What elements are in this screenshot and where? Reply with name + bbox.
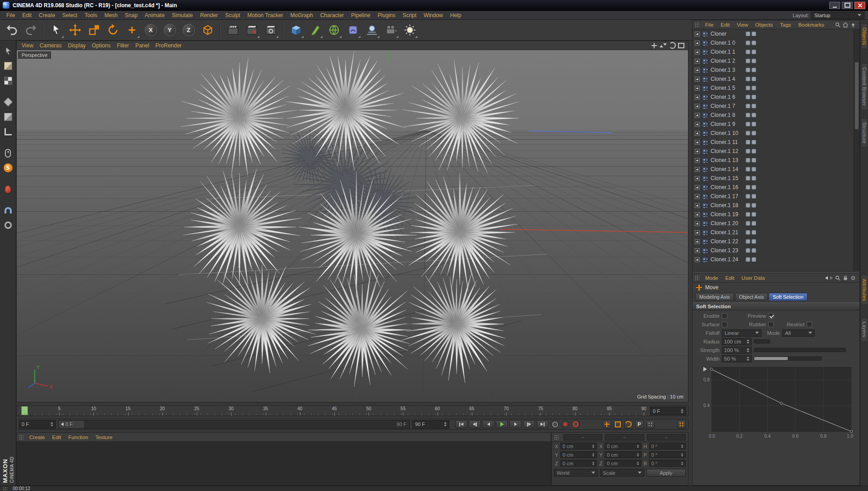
coordinate-system-button[interactable] (199, 21, 217, 39)
viewport-menu-item[interactable]: Display (65, 42, 88, 50)
object-row[interactable]: Cloner.1 5 (693, 83, 854, 93)
object-name[interactable]: Cloner.1 17 (710, 193, 738, 199)
expand-icon[interactable] (695, 131, 700, 136)
editor-visibility-toggle[interactable] (746, 131, 750, 135)
autokeying-button[interactable] (572, 420, 580, 428)
object-row[interactable]: Cloner.1 12 (693, 147, 854, 156)
object-row[interactable]: Cloner.1 20 (693, 219, 854, 228)
ik-mode-button[interactable] (1, 146, 15, 160)
object-name[interactable]: Cloner.1 6 (710, 94, 735, 100)
object-name[interactable]: Cloner.1 23 (710, 247, 738, 254)
stepper-icon[interactable] (444, 421, 447, 428)
editor-visibility-toggle[interactable] (746, 41, 750, 45)
viewport-menu-item[interactable]: Options (89, 42, 114, 50)
object-name[interactable]: Cloner.1 1 (710, 49, 735, 55)
object-name[interactable]: Cloner.1 16 (710, 184, 738, 190)
render-visibility-toggle[interactable] (752, 176, 756, 181)
last-tool-used[interactable] (123, 21, 141, 39)
history-back-icon[interactable] (825, 276, 828, 280)
object-row[interactable]: Cloner.1 23 (693, 246, 854, 255)
width-field[interactable]: 50 % (722, 355, 752, 362)
orbit-view-icon[interactable] (669, 42, 676, 49)
record-pla-toggle[interactable] (646, 420, 655, 429)
render-visibility-toggle[interactable] (752, 122, 756, 126)
render-region-button[interactable] (243, 21, 261, 39)
object-name[interactable]: Cloner.1 8 (710, 112, 735, 118)
expand-icon[interactable] (695, 50, 700, 55)
render-visibility-toggle[interactable] (752, 131, 756, 135)
render-view-button[interactable] (224, 21, 242, 39)
menu-item[interactable]: Tools (81, 11, 101, 19)
falloff-curve-editor[interactable]: 0.00.20.40.60.81.00.80.4 (702, 366, 855, 445)
add-spline-pen-button[interactable] (306, 21, 324, 39)
add-cube-primitive-button[interactable] (287, 21, 305, 39)
record-rotation-toggle[interactable] (624, 420, 633, 429)
viewport-solo-button[interactable]: S (1, 161, 15, 175)
attribute-menu-item[interactable]: Mode (702, 274, 722, 282)
material-menu-item[interactable]: Edit (49, 434, 65, 441)
editor-visibility-toggle[interactable] (746, 95, 750, 99)
side-tab-structure[interactable]: Structure (861, 118, 868, 148)
expand-icon[interactable] (695, 122, 700, 127)
menu-item[interactable]: Character (317, 11, 348, 19)
object-name[interactable]: Cloner.1 14 (710, 166, 738, 172)
lock-icon[interactable] (843, 275, 848, 281)
expand-icon[interactable] (695, 41, 700, 46)
editor-visibility-toggle[interactable] (746, 86, 750, 90)
object-row[interactable]: Cloner.1 24 (693, 255, 854, 264)
side-tab-layers[interactable]: Layers (861, 318, 868, 342)
object-name[interactable]: Cloner.1 7 (710, 103, 735, 109)
previous-key-button[interactable] (469, 420, 481, 428)
scale-tool[interactable] (85, 21, 103, 39)
panel-grip[interactable] (554, 435, 559, 440)
object-name[interactable]: Cloner.1 9 (710, 121, 735, 127)
expand-icon[interactable] (695, 230, 700, 235)
lock-z-axis-button[interactable]: Z (180, 21, 198, 39)
attribute-menu-item[interactable]: Edit (722, 274, 738, 282)
pan-view-icon[interactable] (651, 42, 658, 49)
object-row[interactable]: Cloner.1 8 (693, 111, 854, 120)
expand-icon[interactable] (695, 59, 700, 64)
radius-slider[interactable] (754, 339, 770, 343)
expand-icon[interactable] (695, 149, 700, 154)
tab-object-axis[interactable]: Object Axis (735, 293, 768, 301)
history-forward-icon[interactable] (830, 276, 833, 280)
editor-visibility-toggle[interactable] (746, 230, 750, 235)
object-name[interactable]: Cloner.1 24 (710, 256, 738, 263)
editor-visibility-toggle[interactable] (746, 50, 750, 54)
object-manager-menu-item[interactable]: Bookmarks (794, 21, 828, 28)
editor-visibility-toggle[interactable] (746, 77, 750, 81)
render-visibility-toggle[interactable] (752, 59, 756, 63)
object-row[interactable]: Cloner.1 6 (693, 93, 854, 102)
object-row[interactable]: Cloner.1 3 (693, 65, 854, 74)
record-scale-toggle[interactable] (614, 420, 622, 429)
panel-grip[interactable] (3, 487, 7, 491)
live-selection-tool[interactable] (47, 21, 65, 39)
next-key-button[interactable] (523, 420, 535, 428)
end-frame-field[interactable]: 90 F (412, 420, 449, 429)
expand-icon[interactable] (695, 185, 700, 190)
falloff-select[interactable]: Linear (722, 329, 762, 337)
workplane-mode-button[interactable] (1, 95, 15, 109)
play-sound-button[interactable] (551, 420, 559, 428)
deformer-button[interactable] (344, 21, 362, 39)
record-position-toggle[interactable] (603, 420, 611, 429)
object-name[interactable]: Cloner.1 18 (710, 202, 738, 208)
object-row[interactable]: Cloner.1 22 (693, 237, 854, 246)
object-manager-menu-item[interactable]: Tags (776, 21, 794, 28)
viewport-menu-item[interactable]: Filter (114, 42, 132, 50)
object-list-scrollbar[interactable] (854, 29, 859, 271)
rotation-b-field[interactable]: 0 ° (649, 460, 686, 467)
rotation-h-field[interactable]: 0 ° (649, 443, 686, 449)
side-tab-content-browser[interactable]: Content Browser (861, 63, 868, 110)
editor-visibility-toggle[interactable] (746, 32, 750, 36)
editor-visibility-toggle[interactable] (746, 104, 750, 108)
object-row[interactable]: Cloner.1 11 (693, 138, 854, 147)
rubber-checkbox[interactable] (768, 322, 774, 327)
menu-item[interactable]: Animate (141, 11, 168, 19)
editor-visibility-toggle[interactable] (746, 68, 750, 72)
render-visibility-toggle[interactable] (752, 194, 756, 199)
object-name[interactable]: Cloner.1 15 (710, 175, 738, 181)
material-menu-item[interactable]: Texture (92, 434, 116, 441)
expand-icon[interactable] (695, 257, 700, 262)
